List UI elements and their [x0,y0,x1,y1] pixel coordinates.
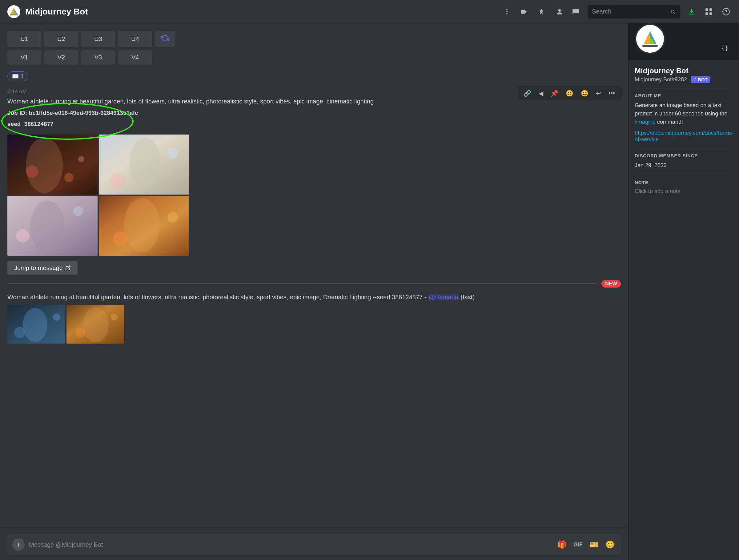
video-icon[interactable] [519,6,530,17]
header: Midjourney Bot ? [0,0,739,23]
message-group-main: 🔗 ◀ 📌 😊 😄 ↩ ••• 2:14 AM Woman athlete ru… [0,84,628,278]
about-text-part1: Generate an image based on a text prompt… [635,102,727,117]
svg-point-30 [167,212,178,223]
v4-button[interactable]: V4 [118,50,152,64]
about-text-part2: command! [655,119,683,125]
v2-button[interactable]: V2 [44,50,78,64]
svg-point-6 [506,9,507,10]
job-id-info: Job ID: bc1ffd5e-e016-49ed-993b-62849135… [7,108,138,118]
divider-line-left [7,284,597,284]
image-cell-3[interactable] [7,196,98,256]
search-bar[interactable] [588,5,680,18]
image-cell-4[interactable] [99,196,189,256]
svg-point-5 [506,11,507,12]
about-me-title: ABOUT ME [635,93,733,98]
u2-button[interactable]: U2 [44,31,78,47]
emoji-button[interactable]: 😊 [604,539,616,550]
small-image-grid [7,305,124,343]
svg-point-26 [73,206,83,216]
note-title: NOTE [635,180,733,185]
terms-link[interactable]: https://docs.midjourney.com/docs/terms-o… [635,130,734,143]
svg-rect-9 [710,8,712,11]
svg-line-31 [67,266,70,268]
search-input[interactable] [592,8,667,15]
layout-icon[interactable] [703,6,714,17]
curly-brace-button[interactable]: {} [717,42,733,54]
svg-point-33 [23,308,47,342]
gift-icon-button[interactable]: 🎁 [556,539,568,550]
new-message-text: Woman athlete runing at beautiful garden… [7,292,621,302]
reply-action[interactable]: ◀ [536,88,546,98]
svg-point-39 [111,314,118,320]
message-group-buttons: U1 U2 U3 U4 V1 V2 V3 V4 [0,28,628,84]
profile-tag: Midjourney Bot#9282 [635,77,687,83]
job-id-value: bc1ffd5e-e016-49ed-993b-628491351afc [29,110,138,116]
svg-rect-8 [706,8,708,11]
help-icon[interactable]: ? [721,6,732,17]
divider-2 [635,148,733,148]
svg-point-35 [53,313,60,321]
discord-member-title: DISCORD MEMBER SINCE [635,153,733,158]
inbox-icon[interactable] [570,6,581,17]
svg-point-22 [167,147,178,159]
image-cell-1[interactable] [7,135,98,194]
right-panel: {} Midjourney Bot Midjourney Bot#9282 ✓ … [628,23,739,560]
new-message-content: Woman athlete runing at beautiful garden… [7,294,428,300]
jump-button-label: Jump to message [14,264,63,272]
profile-name: Midjourney Bot [635,66,733,75]
about-me-text: Generate an image based on a text prompt… [635,101,733,126]
svg-point-38 [76,327,85,337]
pin-icon[interactable] [536,6,547,17]
react1-action[interactable]: 😊 [563,88,576,98]
image-cell-2[interactable] [99,135,189,194]
checkmark-icon: ✓ [693,77,697,82]
v-button-row: V1 V2 V3 V4 [7,50,621,64]
new-message-divider: NEW [0,278,628,290]
header-avatar [7,5,20,18]
bookmark-action[interactable]: 📌 [548,88,561,98]
svg-point-7 [506,13,507,14]
chat-area: U1 U2 U3 U4 V1 V2 V3 V4 [0,23,628,560]
sticker-button[interactable]: 🎫 [588,539,600,550]
message-time: 2:14 AM [7,89,26,95]
messages-container[interactable]: U1 U2 U3 U4 V1 V2 V3 V4 [0,23,628,529]
svg-rect-10 [706,12,708,15]
chat-input[interactable] [29,541,552,548]
gif-button[interactable]: GIF [572,540,584,549]
svg-rect-44 [642,45,658,47]
jump-to-message-button[interactable]: Jump to message [7,261,78,275]
svg-point-28 [124,198,160,252]
svg-point-29 [113,232,128,246]
chat-input-area: + 🎁 GIF 🎫 😊 [0,529,628,560]
job-info-container: Job ID: bc1ffd5e-e016-49ed-993b-62849135… [7,108,138,131]
svg-point-21 [110,173,125,188]
u4-button[interactable]: U4 [118,31,152,47]
v3-button[interactable]: V3 [81,50,115,64]
svg-point-20 [130,138,160,187]
note-add-field[interactable]: Click to add a note [635,188,733,194]
more-action[interactable]: ••• [606,88,617,98]
react2-action[interactable]: 😄 [578,88,591,98]
profile-header: {} [628,23,739,60]
small-image-2[interactable] [66,305,124,343]
download-icon[interactable] [686,6,697,17]
seed-info: seed 386124877 [7,119,138,129]
threads-icon[interactable] [501,6,512,17]
reply2-action[interactable]: ↩ [593,88,604,98]
discord-member-date: Jan 29, 2022 [635,161,733,170]
link-action[interactable]: 🔗 [521,88,534,98]
refresh-button[interactable] [155,31,175,47]
add-member-icon[interactable] [553,6,564,17]
chat-input-wrapper: + 🎁 GIF 🎫 😊 [7,534,621,555]
reaction-badge[interactable]: ✉️ 1 [7,72,28,81]
u3-button[interactable]: U3 [81,31,115,47]
svg-rect-4 [10,14,18,15]
u1-button[interactable]: U1 [7,31,41,47]
add-attachment-button[interactable]: + [12,539,25,551]
divider-3 [635,174,733,175]
v1-button[interactable]: V1 [7,50,41,64]
seed-value: 386124877 [24,121,53,127]
mention-hamada[interactable]: @Hamada [428,294,459,300]
upscale-buttons: U1 U2 U3 U4 V1 V2 V3 V4 [7,31,621,64]
small-image-1[interactable] [7,305,65,343]
